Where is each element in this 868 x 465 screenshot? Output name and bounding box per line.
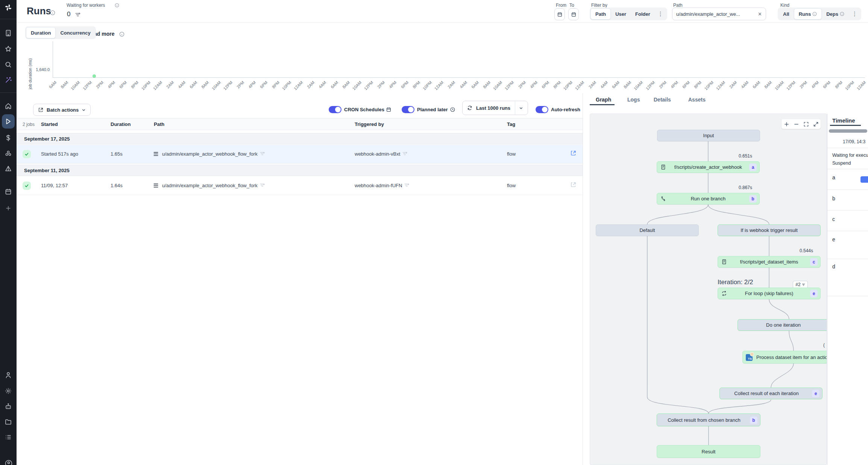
- chart-data-point[interactable]: [93, 74, 96, 78]
- run-tag: flow: [507, 151, 516, 157]
- run-row[interactable]: 11/09, 12:57 1.64s u/admin/example_actor…: [17, 176, 583, 195]
- open-run-external-icon[interactable]: [570, 182, 577, 188]
- success-check-icon: [23, 182, 31, 190]
- batch-actions-button[interactable]: Batch actions: [33, 104, 91, 116]
- tab-kind-runs[interactable]: Runs: [794, 8, 822, 20]
- run-row-selected[interactable]: Started 517s ago 1.65s u/admin/example_a…: [17, 145, 583, 164]
- path-filter-input[interactable]: u/admin/example_actor_we... ✕: [672, 8, 766, 20]
- node-badge: b: [750, 417, 757, 424]
- ai-wand-icon[interactable]: [5, 76, 12, 84]
- flow-node-collect-branch[interactable]: Collect result from chosen branch b: [657, 414, 760, 426]
- open-run-external-icon[interactable]: [570, 150, 577, 156]
- flow-node-input[interactable]: Input: [657, 130, 760, 141]
- from-date-button[interactable]: [554, 8, 565, 20]
- iteration-selector-chip[interactable]: #2: [793, 281, 808, 288]
- path-filter-funnel-icon[interactable]: [260, 183, 265, 188]
- tab-assets[interactable]: Assets: [688, 97, 706, 103]
- col-duration[interactable]: Duration: [111, 121, 131, 127]
- timeline-row-b[interactable]: b: [832, 195, 835, 201]
- load-more-link[interactable]: ad more: [94, 31, 114, 37]
- flow-node-if-webhook-branch[interactable]: If is webhook trigger result: [718, 224, 821, 236]
- run-triggered-by[interactable]: webhook-admin-vBxt: [355, 151, 407, 157]
- settings-gear-icon[interactable]: [5, 387, 12, 395]
- timeline-bar-a[interactable]: [860, 176, 868, 183]
- robot-worker-icon[interactable]: [5, 403, 12, 410]
- timeline-row-e[interactable]: e: [832, 236, 835, 242]
- flow-node-process-dataset-item[interactable]: TS Process dataset item for an action: [742, 351, 827, 364]
- account-circle-icon[interactable]: [5, 459, 12, 465]
- tab-graph[interactable]: Graph: [596, 97, 611, 103]
- tab-duration[interactable]: Duration: [26, 27, 56, 38]
- tab-kind-all[interactable]: All: [778, 8, 794, 20]
- waiting-workers-info-icon[interactable]: [115, 3, 119, 8]
- timeline-row-c[interactable]: c: [832, 216, 835, 222]
- flow-node-do-one-iteration[interactable]: Do one iteration: [737, 319, 827, 331]
- home-icon[interactable]: [5, 102, 12, 110]
- user-icon[interactable]: [5, 371, 12, 379]
- timeline-row-d[interactable]: d: [832, 264, 835, 270]
- folders-icon[interactable]: [5, 418, 12, 426]
- schedules-calendar-icon[interactable]: [5, 188, 12, 195]
- tab-filter-folder[interactable]: Folder: [631, 8, 655, 20]
- trigger-filter-funnel-icon[interactable]: [404, 183, 409, 188]
- workers-icon[interactable]: [5, 150, 12, 157]
- flow-graph-canvas[interactable]: Input 0.651s f/scripts/create_actor_webh…: [590, 114, 827, 465]
- cron-schedules-toggle[interactable]: [329, 106, 341, 113]
- node-label: Process dataset item for an action: [756, 354, 827, 360]
- add-plus-icon[interactable]: [5, 204, 12, 212]
- col-tag[interactable]: Tag: [507, 121, 515, 127]
- zoom-in-icon[interactable]: [784, 122, 789, 127]
- timeline-progress-bar[interactable]: [829, 129, 867, 133]
- tab-kind-deps[interactable]: Deps: [822, 8, 849, 20]
- windmill-logo-icon[interactable]: [4, 3, 13, 12]
- load-more-info-icon[interactable]: [119, 32, 124, 37]
- run-path[interactable]: u/admin/example_actor_webhook_flow_fork: [162, 151, 265, 157]
- clear-path-icon[interactable]: ✕: [758, 11, 762, 17]
- col-triggered-by[interactable]: Triggered by: [355, 121, 384, 127]
- zoom-out-icon[interactable]: [794, 122, 799, 127]
- tab-details[interactable]: Details: [654, 97, 671, 103]
- col-path[interactable]: Path: [154, 121, 164, 127]
- planned-later-toggle[interactable]: [402, 106, 414, 113]
- flow-node-result[interactable]: Result: [657, 445, 760, 458]
- workers-filter-icon[interactable]: [75, 12, 80, 17]
- loop-icon: [721, 291, 727, 296]
- tab-filter-user[interactable]: User: [611, 8, 631, 20]
- flow-node-collect-iteration[interactable]: Collect result of each iteration e: [719, 388, 822, 399]
- run-kind-flow-icon: [153, 183, 159, 188]
- flow-node-get-dataset-items[interactable]: f/scripts/get_dataset_items c: [718, 256, 821, 268]
- runs-nav-selected[interactable]: [2, 114, 15, 129]
- search-icon[interactable]: [5, 61, 12, 68]
- favorites-star-icon[interactable]: [5, 45, 12, 53]
- trigger-filter-funnel-icon[interactable]: [402, 151, 407, 156]
- flow-node-run-one-branch[interactable]: Run one branch b: [657, 193, 760, 204]
- run-triggered-by[interactable]: webhook-admin-fUFN: [355, 183, 409, 188]
- tab-filter-path[interactable]: Path: [590, 8, 611, 20]
- fullscreen-icon[interactable]: [813, 122, 818, 127]
- audit-logs-icon[interactable]: [5, 433, 12, 441]
- node-label: Run one branch: [691, 196, 726, 201]
- flow-node-default-branch[interactable]: Default: [596, 224, 699, 236]
- filter-by-kebab-menu[interactable]: ⋮: [655, 11, 666, 17]
- resources-prism-icon[interactable]: [5, 165, 12, 173]
- y-axis-line: [53, 41, 53, 78]
- timeline-row-a[interactable]: a: [832, 174, 835, 180]
- auto-refresh-toggle[interactable]: [536, 106, 548, 113]
- flow-node-for-loop[interactable]: For loop (skip failures) e: [718, 288, 821, 299]
- fit-view-icon[interactable]: [804, 122, 809, 127]
- to-date-button[interactable]: [568, 8, 579, 20]
- runs-window-chevron[interactable]: [515, 101, 523, 115]
- path-filter-funnel-icon[interactable]: [260, 151, 265, 156]
- tab-logs[interactable]: Logs: [627, 97, 640, 103]
- scripts-icon[interactable]: [5, 29, 12, 37]
- node-label: For loop (skip failures): [745, 291, 794, 296]
- usage-dollar-icon[interactable]: [5, 134, 12, 142]
- col-started[interactable]: Started: [41, 121, 58, 127]
- runs-window-dropdown[interactable]: Last 1000 runs: [462, 101, 528, 115]
- run-path[interactable]: u/admin/example_actor_webhook_flow_fork: [162, 183, 265, 188]
- kind-kebab-menu[interactable]: ⋮: [849, 11, 860, 17]
- tab-concurrency[interactable]: Concurrency: [56, 27, 95, 38]
- flow-node-create-actor-webhook[interactable]: f/scripts/create_actor_webhook a: [657, 161, 760, 173]
- auto-refresh-label: Auto-refresh: [551, 107, 580, 112]
- runs-info-icon[interactable]: [50, 10, 55, 15]
